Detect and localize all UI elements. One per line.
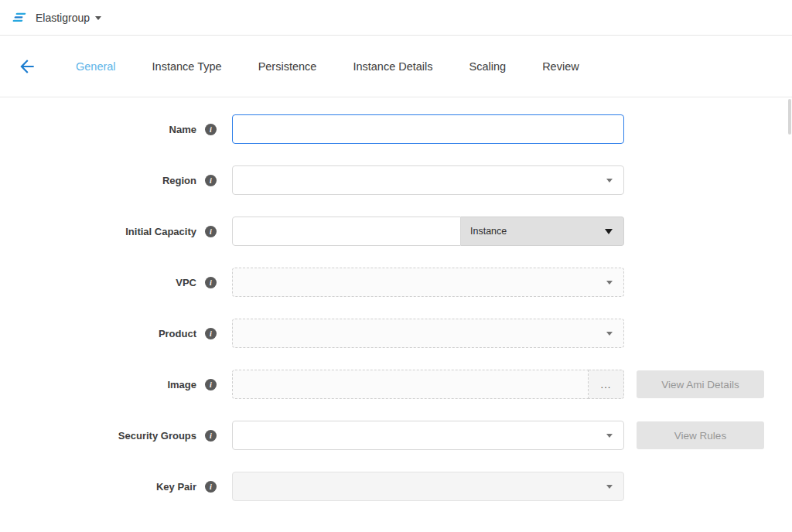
scrollbar-thumb[interactable] — [788, 99, 791, 135]
info-icon[interactable]: i — [205, 481, 217, 493]
vpc-label: VPC — [176, 277, 196, 288]
key-pair-label: Key Pair — [156, 481, 196, 493]
info-icon[interactable]: i — [205, 277, 217, 288]
product-label: Product — [159, 328, 196, 339]
tab-general[interactable]: General — [76, 60, 116, 73]
key-pair-select[interactable] — [232, 472, 624, 501]
back-arrow-icon[interactable] — [17, 56, 37, 77]
ellipsis-icon: ... — [601, 379, 612, 390]
view-rules-button[interactable]: View Rules — [637, 421, 764, 449]
capacity-unit-select[interactable]: Instance — [461, 217, 624, 246]
form-row-security-groups: Security Groups i View Rules — [0, 421, 792, 450]
product-switcher[interactable]: Elastigroup — [12, 11, 101, 25]
chevron-down-icon — [606, 332, 613, 336]
name-label: Name — [169, 124, 196, 135]
info-icon[interactable]: i — [205, 379, 217, 390]
elastigroup-logo-icon — [12, 11, 29, 25]
security-groups-select[interactable] — [232, 421, 624, 450]
image-label: Image — [167, 379, 196, 390]
form-row-image: Image i ... View Ami Details — [0, 370, 792, 399]
info-icon[interactable]: i — [205, 430, 217, 442]
name-input[interactable] — [232, 114, 624, 144]
chevron-down-icon — [95, 16, 101, 20]
chevron-down-icon — [606, 281, 613, 285]
wizard-tab-bar: General Instance Type Persistence Instan… — [0, 36, 792, 97]
product-select — [232, 319, 624, 348]
info-icon[interactable]: i — [205, 226, 217, 237]
wizard-tabs: General Instance Type Persistence Instan… — [76, 60, 616, 73]
form-row-vpc: VPC i — [0, 268, 792, 297]
view-ami-details-button[interactable]: View Ami Details — [637, 370, 764, 398]
top-bar: Elastigroup — [0, 0, 792, 36]
tab-scaling[interactable]: Scaling — [469, 60, 507, 73]
form-row-key-pair: Key Pair i — [0, 472, 792, 501]
image-browse-button[interactable]: ... — [589, 370, 624, 399]
info-icon[interactable]: i — [205, 175, 217, 186]
region-label: Region — [162, 175, 196, 186]
form-row-product: Product i — [0, 319, 792, 348]
chevron-down-icon — [606, 434, 613, 438]
form-row-initial-capacity: Initial Capacity i Instance — [0, 217, 792, 246]
capacity-unit-value: Instance — [470, 226, 507, 237]
security-groups-label: Security Groups — [118, 430, 196, 442]
chevron-down-icon — [606, 179, 613, 182]
brand-name: Elastigroup — [36, 12, 90, 24]
general-settings-form: Name i Region i Initial Capacity i Inst — [0, 97, 792, 501]
region-select[interactable] — [232, 165, 624, 195]
initial-capacity-label: Initial Capacity — [125, 226, 196, 237]
initial-capacity-input[interactable] — [232, 217, 461, 246]
tab-instance-details[interactable]: Instance Details — [353, 60, 432, 73]
image-input — [232, 370, 589, 399]
tab-review[interactable]: Review — [542, 60, 579, 73]
tab-instance-type[interactable]: Instance Type — [152, 60, 222, 73]
info-icon[interactable]: i — [205, 328, 217, 339]
vpc-select — [232, 268, 624, 297]
chevron-down-icon — [605, 229, 613, 234]
form-row-name: Name i — [0, 114, 792, 144]
form-row-region: Region i — [0, 165, 792, 195]
info-icon[interactable]: i — [205, 124, 217, 135]
chevron-down-icon — [606, 485, 613, 489]
tab-persistence[interactable]: Persistence — [258, 60, 317, 73]
